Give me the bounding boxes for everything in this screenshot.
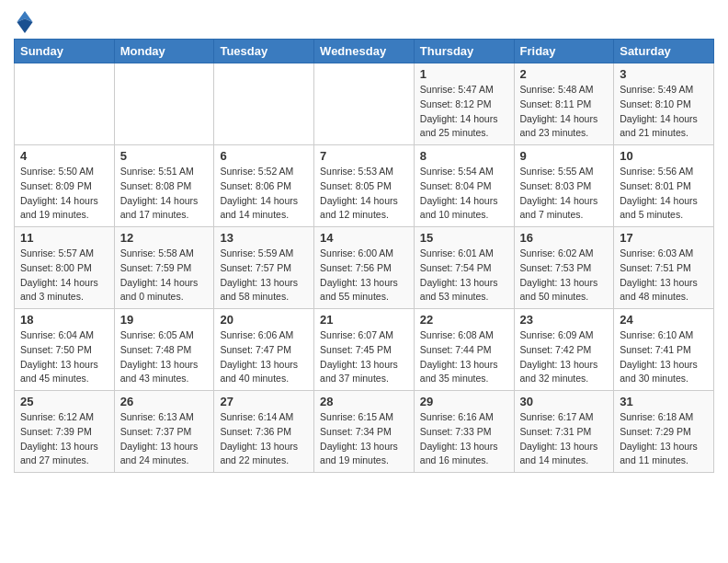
day-cell: 24Sunrise: 6:10 AM Sunset: 7:41 PM Dayli… <box>614 309 714 391</box>
day-number: 21 <box>320 313 408 327</box>
day-cell: 18Sunrise: 6:04 AM Sunset: 7:50 PM Dayli… <box>15 309 115 391</box>
day-number: 17 <box>620 231 708 245</box>
week-row-1: 1Sunrise: 5:47 AM Sunset: 8:12 PM Daylig… <box>15 63 714 145</box>
day-number: 9 <box>520 149 609 163</box>
col-header-monday: Monday <box>114 40 214 63</box>
day-info: Sunrise: 6:06 AM Sunset: 7:47 PM Dayligh… <box>220 328 308 386</box>
day-number: 7 <box>320 149 408 163</box>
day-number: 10 <box>620 149 708 163</box>
day-info: Sunrise: 5:57 AM Sunset: 8:00 PM Dayligh… <box>20 247 108 304</box>
day-info: Sunrise: 5:59 AM Sunset: 7:57 PM Dayligh… <box>220 247 308 304</box>
day-info: Sunrise: 6:10 AM Sunset: 7:41 PM Dayligh… <box>620 328 708 386</box>
day-cell: 1Sunrise: 5:47 AM Sunset: 8:12 PM Daylig… <box>414 63 514 145</box>
col-header-sunday: Sunday <box>15 40 115 63</box>
day-cell: 2Sunrise: 5:48 AM Sunset: 8:11 PM Daylig… <box>514 63 614 145</box>
day-number: 12 <box>120 231 209 245</box>
day-info: Sunrise: 5:56 AM Sunset: 8:01 PM Dayligh… <box>620 165 708 223</box>
day-cell: 17Sunrise: 6:03 AM Sunset: 7:51 PM Dayli… <box>614 227 714 309</box>
week-row-5: 25Sunrise: 6:12 AM Sunset: 7:39 PM Dayli… <box>15 391 714 473</box>
day-number: 4 <box>20 149 108 163</box>
day-cell: 8Sunrise: 5:54 AM Sunset: 8:04 PM Daylig… <box>414 145 514 227</box>
day-number: 16 <box>520 231 609 245</box>
day-number: 27 <box>220 395 308 408</box>
day-cell: 9Sunrise: 5:55 AM Sunset: 8:03 PM Daylig… <box>514 145 614 227</box>
col-header-tuesday: Tuesday <box>214 40 314 63</box>
logo <box>14 13 34 33</box>
day-cell <box>214 63 314 145</box>
day-info: Sunrise: 5:50 AM Sunset: 8:09 PM Dayligh… <box>20 165 108 223</box>
day-cell: 27Sunrise: 6:14 AM Sunset: 7:36 PM Dayli… <box>214 391 314 473</box>
day-cell: 28Sunrise: 6:15 AM Sunset: 7:34 PM Dayli… <box>314 391 415 473</box>
day-number: 24 <box>620 313 708 327</box>
day-cell: 20Sunrise: 6:06 AM Sunset: 7:47 PM Dayli… <box>214 309 314 391</box>
day-info: Sunrise: 6:00 AM Sunset: 7:56 PM Dayligh… <box>320 247 408 304</box>
day-number: 30 <box>520 395 609 408</box>
day-info: Sunrise: 5:51 AM Sunset: 8:08 PM Dayligh… <box>120 165 209 223</box>
day-cell <box>15 63 115 145</box>
day-cell: 19Sunrise: 6:05 AM Sunset: 7:48 PM Dayli… <box>114 309 214 391</box>
day-cell: 6Sunrise: 5:52 AM Sunset: 8:06 PM Daylig… <box>214 145 314 227</box>
day-info: Sunrise: 5:53 AM Sunset: 8:05 PM Dayligh… <box>320 165 408 223</box>
day-cell: 11Sunrise: 5:57 AM Sunset: 8:00 PM Dayli… <box>15 227 115 309</box>
day-cell: 21Sunrise: 6:07 AM Sunset: 7:45 PM Dayli… <box>314 309 415 391</box>
day-cell: 14Sunrise: 6:00 AM Sunset: 7:56 PM Dayli… <box>314 227 415 309</box>
day-info: Sunrise: 5:52 AM Sunset: 8:06 PM Dayligh… <box>220 165 308 223</box>
day-info: Sunrise: 6:18 AM Sunset: 7:29 PM Dayligh… <box>620 410 708 468</box>
day-info: Sunrise: 6:02 AM Sunset: 7:53 PM Dayligh… <box>520 247 609 304</box>
day-number: 11 <box>20 231 108 245</box>
day-cell: 25Sunrise: 6:12 AM Sunset: 7:39 PM Dayli… <box>15 391 115 473</box>
day-info: Sunrise: 6:14 AM Sunset: 7:36 PM Dayligh… <box>220 410 308 468</box>
day-number: 2 <box>520 67 609 81</box>
header-row: SundayMondayTuesdayWednesdayThursdayFrid… <box>15 40 714 63</box>
day-cell: 3Sunrise: 5:49 AM Sunset: 8:10 PM Daylig… <box>614 63 714 145</box>
day-info: Sunrise: 5:54 AM Sunset: 8:04 PM Dayligh… <box>420 165 508 223</box>
day-cell: 31Sunrise: 6:18 AM Sunset: 7:29 PM Dayli… <box>614 391 714 473</box>
day-cell: 26Sunrise: 6:13 AM Sunset: 7:37 PM Dayli… <box>114 391 214 473</box>
day-number: 6 <box>220 149 308 163</box>
day-info: Sunrise: 5:47 AM Sunset: 8:12 PM Dayligh… <box>420 83 508 141</box>
day-number: 15 <box>420 231 508 245</box>
day-number: 29 <box>420 395 508 408</box>
day-cell: 22Sunrise: 6:08 AM Sunset: 7:44 PM Dayli… <box>414 309 514 391</box>
day-info: Sunrise: 6:04 AM Sunset: 7:50 PM Dayligh… <box>20 328 108 386</box>
logo-icon <box>16 11 34 33</box>
day-number: 18 <box>20 313 108 327</box>
day-number: 5 <box>120 149 209 163</box>
day-info: Sunrise: 6:16 AM Sunset: 7:33 PM Dayligh… <box>420 410 508 468</box>
week-row-3: 11Sunrise: 5:57 AM Sunset: 8:00 PM Dayli… <box>15 227 714 309</box>
day-info: Sunrise: 6:01 AM Sunset: 7:54 PM Dayligh… <box>420 247 508 304</box>
day-cell: 15Sunrise: 6:01 AM Sunset: 7:54 PM Dayli… <box>414 227 514 309</box>
day-info: Sunrise: 6:05 AM Sunset: 7:48 PM Dayligh… <box>120 328 209 386</box>
day-number: 3 <box>620 67 708 81</box>
header <box>14 9 714 33</box>
day-info: Sunrise: 6:12 AM Sunset: 7:39 PM Dayligh… <box>20 410 108 468</box>
day-cell: 13Sunrise: 5:59 AM Sunset: 7:57 PM Dayli… <box>214 227 314 309</box>
day-number: 25 <box>20 395 108 408</box>
day-number: 22 <box>420 313 508 327</box>
day-number: 23 <box>520 313 609 327</box>
col-header-friday: Friday <box>514 40 614 63</box>
day-number: 26 <box>120 395 209 408</box>
day-number: 14 <box>320 231 408 245</box>
day-info: Sunrise: 6:08 AM Sunset: 7:44 PM Dayligh… <box>420 328 508 386</box>
week-row-4: 18Sunrise: 6:04 AM Sunset: 7:50 PM Dayli… <box>15 309 714 391</box>
day-number: 13 <box>220 231 308 245</box>
day-number: 31 <box>620 395 708 408</box>
day-cell: 7Sunrise: 5:53 AM Sunset: 8:05 PM Daylig… <box>314 145 415 227</box>
day-info: Sunrise: 5:48 AM Sunset: 8:11 PM Dayligh… <box>520 83 609 141</box>
day-number: 1 <box>420 67 508 81</box>
day-info: Sunrise: 6:15 AM Sunset: 7:34 PM Dayligh… <box>320 410 408 468</box>
day-cell: 23Sunrise: 6:09 AM Sunset: 7:42 PM Dayli… <box>514 309 614 391</box>
day-info: Sunrise: 5:55 AM Sunset: 8:03 PM Dayligh… <box>520 165 609 223</box>
day-info: Sunrise: 6:17 AM Sunset: 7:31 PM Dayligh… <box>520 410 609 468</box>
day-cell: 16Sunrise: 6:02 AM Sunset: 7:53 PM Dayli… <box>514 227 614 309</box>
col-header-saturday: Saturday <box>614 40 714 63</box>
calendar-table: SundayMondayTuesdayWednesdayThursdayFrid… <box>14 39 714 473</box>
day-info: Sunrise: 6:07 AM Sunset: 7:45 PM Dayligh… <box>320 328 408 386</box>
day-cell <box>314 63 415 145</box>
week-row-2: 4Sunrise: 5:50 AM Sunset: 8:09 PM Daylig… <box>15 145 714 227</box>
day-info: Sunrise: 6:03 AM Sunset: 7:51 PM Dayligh… <box>620 247 708 304</box>
day-number: 19 <box>120 313 209 327</box>
day-cell: 29Sunrise: 6:16 AM Sunset: 7:33 PM Dayli… <box>414 391 514 473</box>
day-info: Sunrise: 6:13 AM Sunset: 7:37 PM Dayligh… <box>120 410 209 468</box>
